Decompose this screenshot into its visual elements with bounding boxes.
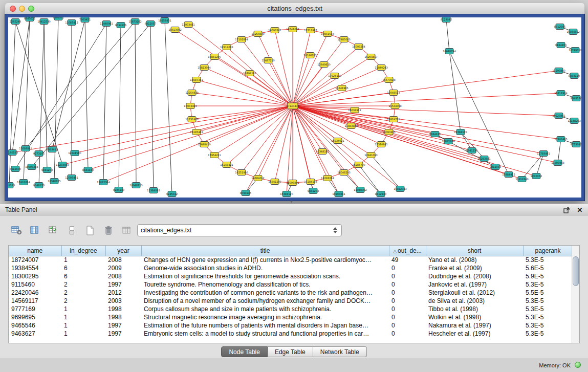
graph-node[interactable]: 15284730	[352, 162, 365, 168]
graph-node[interactable]: 11203948	[56, 162, 69, 168]
graph-node[interactable]: 15841203	[268, 179, 281, 185]
column-header-pagerank[interactable]: pagerank	[523, 246, 573, 256]
graph-node[interactable]: 12903481	[182, 22, 194, 28]
tab-network-table[interactable]: Network Table	[313, 346, 367, 357]
graph-node[interactable]: 10593284	[25, 164, 38, 170]
graph-node[interactable]: 15293841	[477, 156, 490, 162]
create-table-icon[interactable]	[83, 224, 97, 237]
graph-node[interactable]: 9034126	[115, 23, 126, 28]
edit-table-icon[interactable]	[46, 224, 60, 237]
graph-node[interactable]: 8123045	[441, 17, 452, 23]
graph-node[interactable]: 9773041	[571, 142, 581, 147]
column-header-year[interactable]: year	[105, 246, 141, 256]
graph-node[interactable]: 12048513	[387, 90, 400, 96]
graph-node[interactable]: 17954211	[208, 152, 221, 158]
graph-node[interactable]: 2160593	[8, 150, 18, 156]
show-columns-icon[interactable]	[28, 224, 42, 237]
graph-node[interactable]: 15093284	[352, 44, 365, 50]
graph-node[interactable]: 8845021	[24, 17, 35, 21]
graph-node[interactable]: 12648410	[198, 142, 210, 147]
graph-node[interactable]: 7412830	[10, 166, 21, 172]
graph-node[interactable]: 10841593	[321, 31, 334, 37]
column-header-name[interactable]: name	[9, 246, 61, 256]
graph-node[interactable]: 7903451	[79, 17, 91, 23]
table-row[interactable]: 1872400712008Changes of HCN gene express…	[9, 256, 573, 264]
graph-node[interactable]: 10812934	[442, 139, 454, 144]
graph-node[interactable]: 18541062	[286, 27, 299, 32]
graph-node[interactable]: 10258431	[158, 18, 171, 24]
graph-node[interactable]: 11948302	[354, 187, 366, 193]
graph-node[interactable]: 16196283	[303, 53, 316, 58]
graph-node[interactable]: 10348125	[48, 179, 60, 184]
column-header-in_degree[interactable]: in_degree	[61, 246, 105, 256]
table-row[interactable]: 977716911998Corpus callosum shape and si…	[9, 305, 573, 313]
scrollbar-thumb[interactable]	[573, 256, 579, 286]
graph-node[interactable]: 12148203	[568, 118, 580, 124]
graph-node[interactable]: 18413092	[168, 27, 181, 33]
graph-node[interactable]: 16251986	[235, 170, 248, 176]
graph-node[interactable]: 12384105	[454, 129, 467, 135]
graph-node[interactable]: 15487210	[262, 58, 274, 63]
graph-node[interactable]: 11384092	[147, 188, 160, 193]
graph-node[interactable]: 15934812	[567, 29, 579, 35]
graph-node[interactable]: 15112934	[554, 91, 567, 96]
graph-node[interactable]: 14687341	[190, 77, 203, 83]
graph-node[interactable]: 16034912	[348, 107, 361, 113]
graph-node[interactable]: 8412930	[375, 191, 386, 197]
graph-node[interactable]: 11483920	[344, 123, 357, 129]
graph-node[interactable]: 9384120	[429, 132, 441, 137]
graph-node[interactable]: 12649810	[317, 62, 330, 68]
graph-node[interactable]: 8093145	[240, 190, 251, 196]
graph-node[interactable]: 17102894	[235, 37, 248, 42]
graph-node[interactable]: 12841560	[68, 150, 81, 156]
graph-node[interactable]: 10293841	[332, 191, 345, 197]
tab-edge-table[interactable]: Edge Table	[268, 346, 313, 357]
float-panel-icon[interactable]	[562, 206, 571, 214]
graph-node[interactable]: 11503948	[551, 160, 564, 166]
graph-node[interactable]: 16093241	[268, 28, 281, 33]
graph-node[interactable]: 14093285	[382, 129, 395, 135]
graph-node[interactable]: 12213987	[304, 28, 317, 33]
graph-node[interactable]: 8841930	[82, 167, 94, 173]
graph-node[interactable]: 16841205	[208, 54, 221, 60]
graph-node[interactable]: 16384012	[251, 176, 264, 181]
graph-node[interactable]: 9245012	[166, 191, 178, 197]
graph-node[interactable]: 12093481	[65, 175, 78, 181]
table-settings-icon[interactable]	[9, 224, 24, 237]
graph-node[interactable]: 8093412	[47, 147, 58, 152]
graph-node[interactable]: 9048123	[33, 183, 45, 188]
graph-node[interactable]: 8941230	[466, 148, 477, 154]
graph-node[interactable]: 9546301	[53, 17, 64, 20]
table-row[interactable]: 911546021997Tourette syndrome. Phenomeno…	[9, 280, 573, 289]
graph-node[interactable]: 16048293	[337, 170, 350, 176]
graph-node[interactable]: 2265248	[10, 19, 21, 25]
column-header-title[interactable]: title	[141, 246, 389, 256]
graph-node[interactable]: 11812340	[515, 177, 528, 182]
tab-node-table[interactable]: Node Table	[221, 346, 268, 357]
graph-node[interactable]: 11534098	[388, 103, 401, 109]
graph-node[interactable]: 10412530	[37, 19, 50, 25]
table-row[interactable]: 2242004622012Investigating the contribut…	[9, 289, 573, 297]
graph-node[interactable]: 15901834	[17, 180, 30, 185]
graph-node[interactable]: 11087412	[65, 20, 78, 26]
table-row[interactable]: 946554611997Estimation of the future num…	[9, 321, 573, 330]
graph-node[interactable]: 12841093	[364, 152, 377, 158]
column-header-out_de[interactable]: △out_de...	[389, 246, 426, 256]
graph-node[interactable]: 17240473	[286, 103, 299, 109]
table-row[interactable]: 946362711997Embryonic stem cells: a mode…	[9, 330, 573, 338]
network-selector-dropdown[interactable]: citations_edges.txt	[137, 224, 342, 236]
table-row[interactable]: 1830029562008Estimation of significance …	[9, 272, 573, 280]
graph-node[interactable]: 16648794	[443, 49, 455, 54]
graph-node[interactable]: 17924105	[328, 73, 341, 79]
graph-node[interactable]: 15012384	[97, 180, 110, 185]
graph-node[interactable]: 9284130	[113, 187, 124, 193]
graph-node[interactable]: 9481203	[308, 188, 319, 194]
graph-node[interactable]: 12093841	[286, 180, 299, 186]
table-scrollbar[interactable]	[572, 246, 579, 343]
graph-node[interactable]: 15812043	[394, 186, 406, 192]
close-panel-icon[interactable]: ✕	[576, 206, 584, 214]
graph-node[interactable]: 15093841	[19, 146, 32, 151]
network-canvas[interactable]: 2265248884502110412530954630111087412790…	[8, 17, 581, 198]
graph-node[interactable]: 9348120	[571, 96, 581, 101]
graph-node[interactable]: 10948213	[129, 183, 142, 188]
